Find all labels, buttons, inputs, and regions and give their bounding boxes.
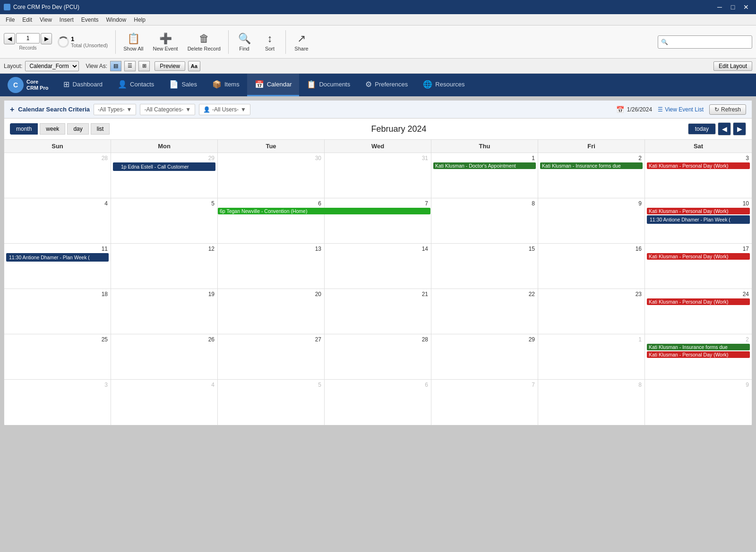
view-form-button[interactable]: ▤ — [110, 61, 121, 71]
calendar-cell: 31 — [325, 153, 431, 198]
layout-label: Layout: — [4, 63, 22, 69]
edit-layout-button[interactable]: Edit Layout — [713, 61, 752, 71]
calendar-date-icon: 📅 — [616, 106, 624, 113]
tab-items[interactable]: 📦 Items — [205, 74, 247, 96]
dashboard-icon: ⊞ — [63, 80, 69, 89]
refresh-icon: ↻ — [714, 106, 719, 113]
menu-file[interactable]: File — [2, 16, 18, 24]
day-view-button[interactable]: day — [67, 123, 88, 135]
preview-button[interactable]: Preview — [155, 61, 185, 71]
calendar-cell: 28 — [325, 334, 431, 379]
tab-sales[interactable]: 📄 Sales — [162, 74, 205, 96]
records-label: Records — [19, 45, 36, 51]
calendar-container: + Calendar Search Criteria -All Types- ▼… — [4, 100, 752, 425]
category-filter-dropdown[interactable]: -All Categories- ▼ — [140, 104, 195, 115]
view-list-button[interactable]: ☰ — [124, 61, 136, 71]
menu-insert[interactable]: Insert — [56, 16, 77, 24]
event-item[interactable]: Kati Klusman - Insurance forms due — [647, 344, 750, 350]
new-event-button[interactable]: ➕ New Event — [149, 31, 181, 53]
tab-resources[interactable]: 🌐 Resources — [415, 74, 472, 96]
tab-contacts[interactable]: 👤 Contacts — [110, 74, 162, 96]
week-view-button[interactable]: week — [40, 123, 65, 135]
day-number: 4 — [113, 382, 215, 388]
menu-window[interactable]: Window — [103, 16, 130, 24]
menu-edit[interactable]: Edit — [18, 16, 36, 24]
menu-view[interactable]: View — [36, 16, 56, 24]
event-item[interactable]: Kati Klusman - Personal Day (Work) — [647, 351, 750, 358]
menu-help[interactable]: Help — [130, 16, 149, 24]
event-item[interactable]: Kati Klusman - Personal Day (Work) — [647, 298, 750, 305]
sales-icon: 📄 — [169, 80, 179, 89]
list-view-button[interactable]: list — [91, 123, 110, 135]
date-display: 📅 1/26/2024 — [616, 106, 652, 113]
tab-calendar[interactable]: 📅 Calendar — [247, 74, 300, 96]
today-button[interactable]: today — [688, 123, 716, 135]
menu-events[interactable]: Events — [77, 16, 103, 24]
day-number: 22 — [433, 291, 536, 297]
total-count: 1 — [71, 35, 108, 42]
event-item[interactable]: Kati Klusman - Personal Day (Work) — [647, 162, 750, 169]
prev-month-button[interactable]: ◀ — [718, 122, 731, 136]
search-criteria-label: Calendar Search Criteria — [18, 106, 90, 113]
view-table-button[interactable]: ⊞ — [138, 61, 150, 71]
user-filter-icon: 👤 — [203, 106, 210, 113]
calendar-cell: 13 — [218, 244, 325, 289]
event-item[interactable]: 11:30 Antione Dhamer - Plan Week ( — [647, 215, 750, 224]
user-filter-dropdown[interactable]: 👤 -All Users- ▼ — [199, 104, 250, 115]
search-box[interactable]: 🔍 — [658, 35, 752, 49]
header-wed: Wed — [325, 140, 431, 153]
month-view-button[interactable]: month — [10, 123, 38, 135]
event-item[interactable]: Kati Klusman - Doctor's Appointment — [433, 162, 536, 169]
calendar-icon: 📅 — [255, 80, 264, 89]
record-number-input[interactable] — [16, 33, 40, 43]
event-item[interactable]: 6p Tegan Newville - Convention (Home) — [218, 208, 430, 214]
menu-bar: File Edit View Insert Events Window Help — [0, 14, 756, 25]
calendar-cell: 20 — [218, 289, 325, 334]
tab-preferences[interactable]: ⚙ Preferences — [358, 74, 415, 96]
sort-button[interactable]: ↕ Sort — [258, 31, 282, 53]
event-item[interactable]: Kati Klusman - Personal Day (Work) — [647, 208, 750, 214]
event-item[interactable]: Kati Klusman - Insurance forms due — [540, 162, 643, 169]
calendar-cell: 30 — [218, 153, 325, 198]
record-navigation: ◀ ▶ Records — [4, 33, 52, 51]
share-button[interactable]: ↗ Share — [290, 31, 313, 53]
refresh-label: Refresh — [721, 106, 741, 113]
day-number: 1 — [540, 336, 643, 343]
title-bar: Core CRM Pro Dev (PCU) ─ □ ✕ — [0, 0, 756, 14]
day-number: 5 — [113, 200, 215, 207]
type-filter-dropdown[interactable]: -All Types- ▼ — [94, 104, 136, 115]
calendar-cell: 5 — [111, 198, 218, 243]
day-number: 10 — [647, 200, 750, 207]
app-logo: C Core CRM Pro — [0, 74, 56, 96]
layout-select[interactable]: Calendar_Form — [25, 61, 79, 71]
day-number: 14 — [326, 246, 429, 252]
nav-next-button[interactable]: ▶ — [41, 33, 52, 44]
header-mon: Mon — [111, 140, 218, 153]
navigation-tabs: C Core CRM Pro ⊞ Dashboard 👤 Contacts 📄 … — [0, 74, 756, 96]
delete-record-button[interactable]: 🗑 Delete Record — [184, 31, 224, 53]
font-size-button[interactable]: Aa — [188, 61, 200, 71]
tab-documents[interactable]: 📋 Documents — [299, 74, 358, 96]
event-item[interactable]: 1p Edna Estell - Call Customer — [113, 162, 215, 171]
view-event-list-link[interactable]: ☰ View Event List — [658, 106, 704, 113]
calendar-row-5: 25 26 27 28 29 1 2 Kat — [4, 334, 752, 380]
tab-dashboard[interactable]: ⊞ Dashboard — [56, 74, 110, 96]
nav-prev-button[interactable]: ◀ — [4, 33, 15, 44]
find-button[interactable]: 🔍 Find — [232, 31, 256, 53]
event-item[interactable]: 11:30 Antione Dhamer - Plan Week ( — [6, 253, 109, 262]
day-number: 6 — [220, 200, 322, 207]
refresh-button[interactable]: ↻ Refresh — [709, 104, 746, 115]
event-item[interactable]: Kati Klusman - Personal Day (Work) — [647, 253, 750, 260]
show-all-button[interactable]: 📋 Show All — [120, 31, 147, 53]
layout-bar: Layout: Calendar_Form View As: ▤ ☰ ⊞ Pre… — [0, 59, 756, 74]
day-number: 27 — [220, 336, 322, 343]
new-event-label: New Event — [153, 46, 178, 51]
maximize-button[interactable]: □ — [727, 2, 739, 12]
close-button[interactable]: ✕ — [740, 2, 752, 12]
calendar-cell: 26 — [111, 334, 218, 379]
search-input[interactable] — [670, 39, 749, 45]
minimize-button[interactable]: ─ — [713, 2, 726, 12]
calendar-cell: 3 — [4, 380, 111, 425]
day-number: 2 — [540, 155, 643, 161]
next-month-button[interactable]: ▶ — [733, 122, 746, 136]
